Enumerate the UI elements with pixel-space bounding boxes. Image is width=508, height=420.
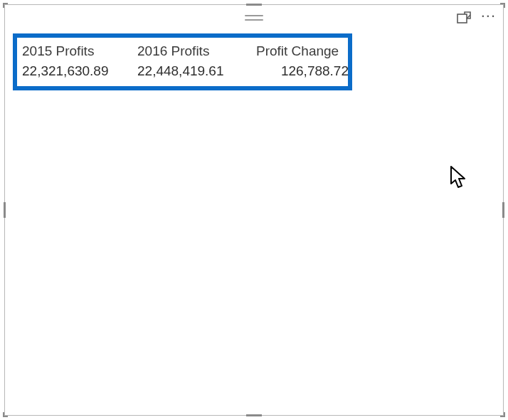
more-options-icon[interactable]: ··· xyxy=(481,12,496,23)
resize-handle[interactable] xyxy=(3,412,4,417)
table-row[interactable]: 22,321,630.89 22,448,419.61 126,788.72 xyxy=(22,62,349,80)
table-header-row: 2015 Profits 2016 Profits Profit Change xyxy=(22,42,349,61)
resize-handle[interactable] xyxy=(246,414,262,416)
cell-2016: 22,448,419.61 xyxy=(137,62,255,80)
profit-table: 2015 Profits 2016 Profits Profit Change … xyxy=(21,41,350,82)
cell-2015: 22,321,630.89 xyxy=(22,62,136,80)
resize-handle[interactable] xyxy=(502,202,504,218)
resize-handle[interactable] xyxy=(3,3,4,8)
column-header[interactable]: 2016 Profits xyxy=(137,42,255,61)
resize-handle[interactable] xyxy=(504,412,505,417)
cell-change: 126,788.72 xyxy=(256,62,349,80)
resize-handle[interactable] xyxy=(4,202,6,218)
visual-canvas[interactable]: ··· 2015 Profits 2016 Profits Profit Cha… xyxy=(4,4,504,416)
drag-grip-icon[interactable] xyxy=(245,15,263,21)
focus-mode-icon[interactable] xyxy=(457,11,471,25)
visual-header: ··· xyxy=(5,5,503,31)
column-header[interactable]: Profit Change xyxy=(256,42,349,61)
svg-rect-0 xyxy=(457,14,467,23)
cursor-icon xyxy=(450,165,468,194)
column-header[interactable]: 2015 Profits xyxy=(22,42,136,61)
resize-handle[interactable] xyxy=(504,3,505,8)
